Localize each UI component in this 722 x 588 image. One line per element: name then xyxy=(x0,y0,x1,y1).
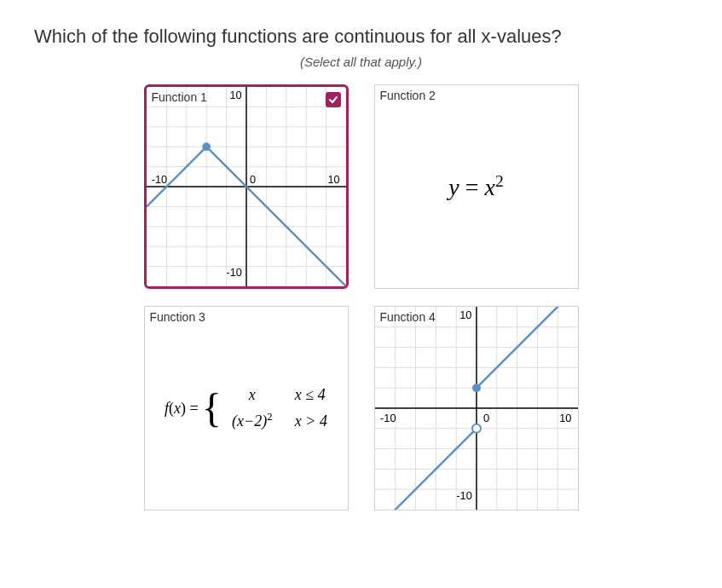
formula-function-2: y = x2 xyxy=(375,85,578,288)
card-label: Function 2 xyxy=(380,89,436,102)
option-function-4[interactable]: Function 4 -10 10 10 -10 0 xyxy=(374,306,579,510)
card-label: Function 3 xyxy=(150,310,205,324)
question-text: Which of the following functions are con… xyxy=(34,26,688,48)
option-function-2[interactable]: Function 2 y = x2 xyxy=(374,84,579,289)
svg-text:10: 10 xyxy=(459,308,471,321)
svg-text:-10: -10 xyxy=(456,489,472,502)
svg-text:0: 0 xyxy=(249,174,255,186)
svg-text:10: 10 xyxy=(559,412,571,424)
svg-text:10: 10 xyxy=(327,174,339,186)
instruction-text: (Select all that apply.) xyxy=(34,55,688,69)
plot-function-1: -10 10 10 -10 0 xyxy=(147,87,346,286)
svg-text:-10: -10 xyxy=(151,174,166,186)
card-label: Function 1 xyxy=(152,90,207,104)
card-label: Function 4 xyxy=(380,310,436,324)
formula-function-3: f(x) = { x x ≤ 4 (x−2)2 x > 4 xyxy=(145,307,348,510)
check-icon xyxy=(326,92,341,107)
svg-text:10: 10 xyxy=(229,89,241,101)
plot-function-4: -10 10 10 -10 0 xyxy=(375,307,578,510)
svg-point-45 xyxy=(472,424,481,433)
svg-point-18 xyxy=(202,142,211,151)
option-function-1[interactable]: Function 1 -10 10 10 -10 0 xyxy=(144,84,349,289)
svg-point-44 xyxy=(472,383,481,392)
svg-text:-10: -10 xyxy=(379,412,396,424)
svg-text:0: 0 xyxy=(482,412,488,424)
option-function-3[interactable]: Function 3 f(x) = { x x ≤ 4 (x−2)2 x > 4 xyxy=(144,306,349,510)
svg-text:-10: -10 xyxy=(226,267,241,279)
options-grid: Function 1 -10 10 10 -10 0 Function 2 xyxy=(34,84,688,510)
